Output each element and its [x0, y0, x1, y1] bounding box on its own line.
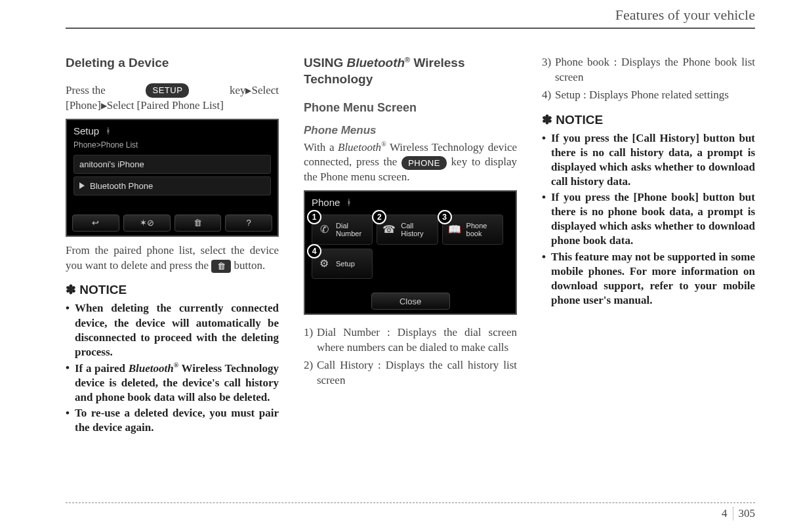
- column-1: Deleting a Device Press the SETUP key▶Se…: [66, 55, 279, 436]
- text-phone-bracket: [Phone]: [66, 99, 101, 112]
- instruction-press-setup: Press the SETUP key▶Select [Phone]▶Selec…: [66, 83, 279, 113]
- running-head: Features of your vehicle: [66, 7, 755, 29]
- column-2: USING Bluetooth® Wireless Technology Pho…: [304, 55, 517, 436]
- heading-using-bluetooth: USING Bluetooth® Wireless Technology: [304, 55, 517, 88]
- notice-item: To re-use a deleted device, you must pai…: [66, 406, 279, 435]
- chapter-number: 4: [722, 507, 733, 520]
- screenshot-phone-menu: Phone ᚼ 1 ✆ DialNumber 2 ☎ CallHistory: [304, 190, 517, 315]
- list-number: 4): [542, 88, 551, 103]
- shot-title-phone: Phone: [312, 197, 340, 208]
- list-item: 2)Call History : Displays the call histo…: [304, 358, 517, 388]
- notice-heading: NOTICE: [66, 282, 279, 297]
- bt-disconnect-button[interactable]: ✶⊘: [123, 215, 171, 232]
- list-number: 1): [304, 325, 313, 340]
- text-bluetooth-italic: Bluetooth: [338, 140, 381, 153]
- shot-title-setup: Setup: [73, 125, 99, 136]
- help-button[interactable]: ?: [225, 215, 272, 232]
- device-name-1: anitooni's iPhone: [79, 159, 144, 169]
- text-button: button.: [234, 259, 266, 272]
- paired-device-row[interactable]: Bluetooth Phone: [73, 176, 271, 195]
- tile-phone-book[interactable]: 3 📖 Phonebook: [442, 215, 503, 245]
- registered-mark: ®: [405, 56, 410, 64]
- setup-key-pill: SETUP: [146, 83, 189, 98]
- tile-label: Dial: [336, 222, 348, 230]
- device-name-2: Bluetooth Phone: [90, 181, 153, 191]
- notice-item: When deleting the currently connected de…: [66, 301, 279, 359]
- tile-label: Call: [401, 222, 413, 230]
- list-number: 2): [304, 358, 313, 373]
- tile-setup[interactable]: 4 ⚙ Setup: [312, 249, 373, 279]
- bluetooth-icon: ᚼ: [346, 197, 352, 207]
- tile-label: Setup: [336, 260, 355, 268]
- notice-list-col3: If you press the [Call History] button b…: [542, 131, 755, 308]
- callout-badge: 3: [438, 210, 452, 224]
- text-bluetooth-italic: Bluetooth: [346, 56, 405, 70]
- delete-button[interactable]: 🗑: [175, 215, 222, 232]
- play-icon: [79, 182, 85, 189]
- callout-badge: 1: [307, 210, 321, 224]
- notice-item: This feature may not be supported in som…: [542, 250, 755, 308]
- para-with-bluetooth: With a Bluetooth® Wireless Technology de…: [304, 140, 517, 185]
- instruction-delete-device: From the paired phone list, select the d…: [66, 243, 279, 274]
- text-select-paired: Select [Paired Phone List]: [107, 99, 224, 112]
- tile-call-history[interactable]: 2 ☎ CallHistory: [377, 215, 438, 245]
- text-with-a: With a: [304, 140, 338, 153]
- text-press-the: Press the: [66, 83, 106, 98]
- screenshot-paired-phone-list: Setup ᚼ Phone>Phone List anitooni's iPho…: [66, 119, 279, 237]
- text-key: key: [230, 84, 246, 96]
- notice-heading: NOTICE: [542, 112, 755, 127]
- gear-icon: ⚙: [316, 256, 332, 272]
- notice-list-col1: When deleting the currently connected de…: [66, 301, 279, 435]
- paired-device-row[interactable]: anitooni's iPhone: [73, 155, 271, 174]
- triangle-icon: ▶: [101, 101, 107, 110]
- close-button[interactable]: Close: [371, 293, 450, 310]
- shot-breadcrumb: Phone>Phone List: [71, 140, 274, 153]
- notice-item: If you press the [Call History] button b…: [542, 131, 755, 189]
- list-text: Phone book : Displays the Phone book lis…: [555, 56, 755, 83]
- registered-mark: ®: [381, 140, 386, 148]
- heading-phone-menus: Phone Menus: [304, 124, 517, 137]
- list-item: 4)Setup : Displays Phone related setting…: [542, 88, 755, 103]
- notice-item: If a paired Bluetooth® Wireless Technolo…: [66, 361, 279, 405]
- call-history-icon: ☎: [381, 222, 397, 237]
- tile-label: book: [466, 230, 482, 237]
- bluetooth-icon: ᚼ: [106, 126, 111, 136]
- callout-badge: 4: [307, 244, 321, 258]
- dial-icon: ✆: [316, 222, 332, 237]
- list-item: 3)Phone book : Displays the Phone book l…: [542, 55, 755, 85]
- tile-label: Number: [336, 230, 361, 237]
- tile-dial-number[interactable]: 1 ✆ DialNumber: [312, 215, 373, 245]
- text-select: Select: [251, 84, 279, 96]
- phone-key-pill: PHONE: [401, 156, 447, 171]
- text-using: USING: [304, 56, 346, 70]
- trash-icon-button: 🗑: [211, 260, 231, 273]
- list-number: 3): [542, 55, 551, 70]
- phone-book-icon: 📖: [447, 222, 462, 237]
- heading-phone-menu-screen: Phone Menu Screen: [304, 101, 517, 115]
- list-text: Dial Number : Displays the dial screen w…: [317, 326, 517, 354]
- list-item: 1)Dial Number : Displays the dial screen…: [304, 325, 517, 356]
- tile-label: History: [401, 230, 423, 237]
- numbered-list-col3: 3)Phone book : Displays the Phone book l…: [542, 55, 755, 103]
- list-text: Call History : Displays the call history…: [317, 359, 517, 386]
- numbered-list-col2: 1)Dial Number : Displays the dial screen…: [304, 325, 517, 388]
- column-3: 3)Phone book : Displays the Phone book l…: [542, 55, 755, 436]
- heading-deleting-device: Deleting a Device: [66, 55, 279, 72]
- tile-label: Phone: [466, 222, 487, 230]
- page-number: 305: [739, 507, 756, 520]
- notice-item: If you press the [Phone book] button but…: [542, 190, 755, 248]
- page-footer: 4305: [66, 502, 755, 520]
- back-button[interactable]: ↩: [72, 215, 119, 232]
- list-text: Setup : Displays Phone related settings: [555, 89, 729, 101]
